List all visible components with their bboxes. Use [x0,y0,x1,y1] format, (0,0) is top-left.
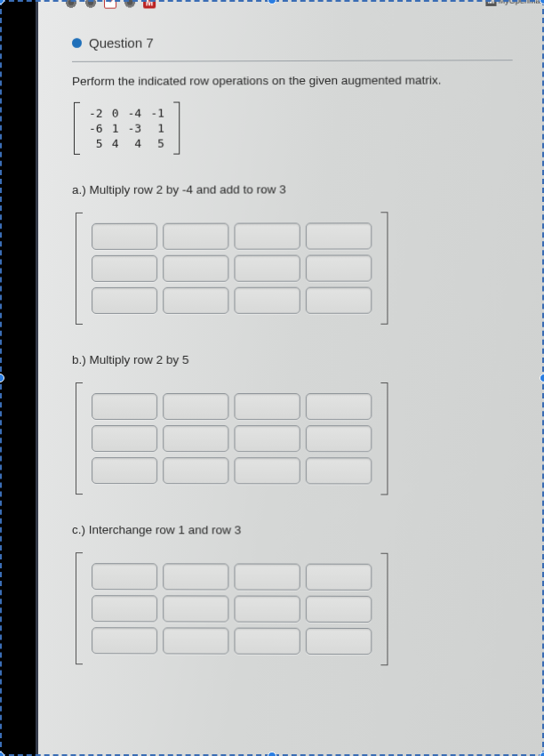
answer-cell-input[interactable] [306,564,372,591]
answer-cell-input[interactable] [306,628,372,655]
answer-cell-input[interactable] [306,287,372,314]
answer-cell-input[interactable] [92,287,157,314]
browser-tab-strip: M M MyOpenMath [38,0,544,9]
matrix-row: 5 4 4 5 [84,136,169,151]
question-number: Question 7 [89,36,154,51]
selection-handle[interactable] [0,752,4,756]
answer-cell-input[interactable] [234,287,300,314]
answer-cell-input[interactable] [234,628,300,655]
answer-cell-input[interactable] [92,223,157,250]
answer-cell-input[interactable] [163,563,228,590]
answer-matrix-a [72,208,391,328]
answer-cell-input[interactable] [163,595,228,622]
answer-cell-input[interactable] [306,457,372,484]
question-content: Question 7 Perform the indicated row ope… [47,16,538,756]
answer-row [92,254,372,281]
matrix-cell: 0 [108,106,124,121]
matrix-cell: -4 [124,106,147,121]
matrix-cell: 4 [108,136,124,151]
part-c: c.) Interchange row 1 and row 3 [72,523,513,673]
answer-cell-input[interactable] [163,287,228,314]
matrix-cell: 5 [84,136,108,151]
answer-matrix-c [72,549,391,669]
question-status-dot [72,38,82,48]
answer-cell-input[interactable] [163,223,228,250]
matrix-cell: -2 [84,106,108,121]
settings-icon [84,0,97,9]
page-frame: M M MyOpenMath Question 7 Perform the in… [36,0,544,756]
answer-cell-input[interactable] [163,457,228,484]
site-tab[interactable]: M MyOpenMath [485,0,544,6]
matrix-bracket-right [380,553,388,665]
matrix-cell: -6 [84,121,108,136]
answer-row [92,457,372,484]
matrix-bracket-left [74,102,80,155]
part-a-label: a.) Multiply row 2 by -4 and add to row … [72,182,513,197]
answer-cell-input[interactable] [234,393,300,420]
matrix-table: -2 0 -4 -1 -6 1 -3 1 5 4 4 5 [84,106,169,151]
answer-cell-input[interactable] [163,393,228,420]
answer-row [92,393,372,420]
site-tab-label: MyOpenMath [499,0,544,5]
selection-handle[interactable] [0,374,4,382]
part-a: a.) Multiply row 2 by -4 and add to row … [72,182,513,332]
matrix-cell: -1 [146,106,169,121]
mail-icon [104,0,116,9]
matrix-bracket-right [380,382,388,495]
m-icon: M [143,0,156,9]
answer-cell-input[interactable] [92,457,157,484]
answer-cell-input[interactable] [92,627,157,654]
answer-cell-input[interactable] [306,596,372,623]
answer-cell-input[interactable] [163,425,228,452]
answer-cell-input[interactable] [234,596,300,623]
answer-cell-input[interactable] [92,255,157,282]
part-b: b.) Multiply row 2 by 5 [72,353,513,503]
answer-cell-input[interactable] [92,393,157,420]
given-matrix: -2 0 -4 -1 -6 1 -3 1 5 4 4 5 [72,101,181,157]
matrix-bracket-left [76,213,83,325]
matrix-cell: 4 [124,136,147,151]
answer-cell-input[interactable] [92,595,157,622]
question-header: Question 7 [72,34,513,62]
part-b-label: b.) Multiply row 2 by 5 [72,353,513,366]
settings-icon [124,0,136,9]
answer-cell-input[interactable] [234,563,300,590]
answer-cell-input[interactable] [234,222,300,249]
matrix-bracket-right [173,102,180,155]
settings-icon [65,0,77,9]
answer-cell-input[interactable] [234,457,300,484]
answer-row [92,287,372,314]
matrix-cell: 1 [108,121,124,136]
question-prompt: Perform the indicated row operations on … [72,73,513,88]
answer-cell-input[interactable] [92,425,157,452]
answer-row [92,595,372,623]
answer-table [86,558,377,660]
answer-matrix-b [72,379,391,499]
answer-table [86,217,377,319]
matrix-row: -6 1 -3 1 [84,121,169,136]
answer-cell-input[interactable] [306,425,372,452]
part-c-label: c.) Interchange row 1 and row 3 [72,523,513,537]
matrix-bracket-left [76,382,83,495]
matrix-row: -2 0 -4 -1 [84,106,169,121]
site-favicon: M [485,0,496,6]
selection-handle[interactable] [0,0,4,4]
answer-cell-input[interactable] [163,627,228,654]
matrix-cell: 5 [146,136,169,151]
answer-table [86,388,377,489]
answer-cell-input[interactable] [306,254,372,281]
matrix-cell: 1 [146,121,169,136]
answer-row [92,627,372,655]
matrix-cell: -3 [124,121,147,136]
answer-cell-input[interactable] [234,425,300,452]
answer-cell-input[interactable] [306,222,372,249]
answer-cell-input[interactable] [306,393,372,420]
answer-row [92,563,372,591]
answer-cell-input[interactable] [234,255,300,282]
matrix-bracket-left [76,552,83,664]
answer-row [92,222,372,250]
matrix-bracket-right [380,212,388,324]
answer-cell-input[interactable] [163,255,228,282]
answer-row [92,425,372,452]
answer-cell-input[interactable] [92,563,157,590]
